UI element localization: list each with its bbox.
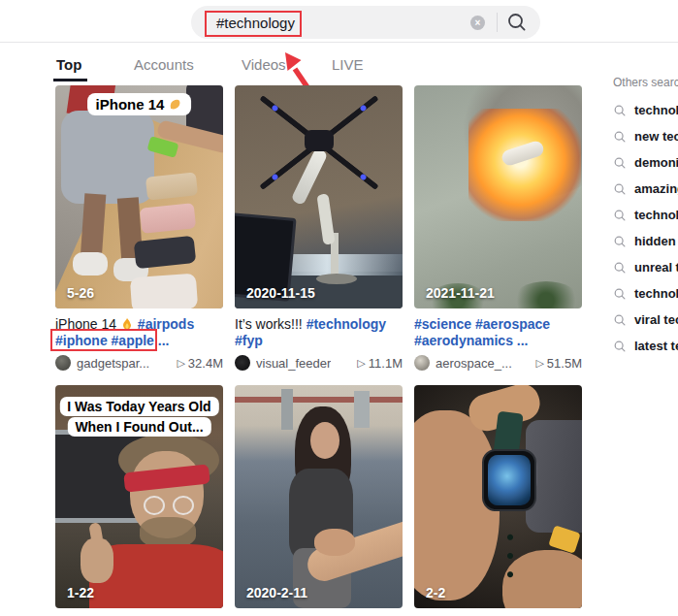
video-thumbnail[interactable]: 2020-11-15 xyxy=(235,85,403,308)
view-count: ▷32.4M xyxy=(177,356,223,371)
video-thumbnail[interactable]: 2021-11-21 xyxy=(414,85,582,308)
creator-row: aerospace_... ▷51.5M xyxy=(414,355,582,371)
avatar[interactable] xyxy=(55,355,71,371)
hashtag-link[interactable]: #science #aerospace xyxy=(414,316,550,332)
username[interactable]: visual_feeder xyxy=(256,356,331,371)
video-thumbnail[interactable]: 2020-2-11 xyxy=(235,385,403,608)
video-date: 2020-11-15 xyxy=(246,285,315,301)
tab-live[interactable]: LIVE xyxy=(332,56,364,73)
tab-accounts[interactable]: Accounts xyxy=(134,56,194,73)
search-icon xyxy=(613,261,627,275)
suggested-search-label: viral tech xyxy=(634,312,678,327)
video-result-card[interactable]: 2020-2-11 xyxy=(235,385,403,608)
search-icon xyxy=(613,156,627,170)
clear-icon[interactable]: × xyxy=(470,16,485,30)
top-header: #technology × xyxy=(0,0,678,43)
search-icon xyxy=(613,104,627,117)
suggested-search-label: demonic xyxy=(634,155,678,170)
fireball-shape xyxy=(468,109,581,221)
video-result-card[interactable]: 2020-11-15 It’s works!!! #technology #fy… xyxy=(235,85,403,371)
video-result-card[interactable]: I Was Today Years Old When I Found Out..… xyxy=(55,385,223,608)
suggested-search-label: technolo xyxy=(634,286,678,301)
suggested-search-label: latest te xyxy=(634,339,678,353)
avatar[interactable] xyxy=(235,355,250,371)
video-caption[interactable]: It’s works!!! #technology #fyp xyxy=(235,316,403,349)
video-thumbnail[interactable]: iPhone 14 5-26 xyxy=(55,85,223,308)
annotation-box-search xyxy=(205,11,302,37)
creator-row: gadgetspar... ▷32.4M xyxy=(55,355,223,371)
suggested-search-label: amazing xyxy=(634,181,678,196)
tiktok-search-results-page: #technology × TopAccountsVideosLIVE xyxy=(0,0,678,616)
suggested-search-item[interactable]: amazing xyxy=(613,176,678,202)
muscle-emoji xyxy=(168,97,182,112)
suggested-search-label: technolo xyxy=(634,208,678,222)
search-divider xyxy=(497,13,498,32)
suggested-search-item[interactable]: new tech xyxy=(613,123,678,149)
search-icon[interactable] xyxy=(506,12,528,33)
video-result-card[interactable]: 2021-11-21 #science #aerospace #aerodyna… xyxy=(414,85,582,371)
thumbnail-art xyxy=(235,397,403,403)
search-icon xyxy=(613,340,627,353)
username[interactable]: aerospace_... xyxy=(436,356,512,371)
suggested-search-label: new tech xyxy=(634,129,678,144)
annotation-box-caption xyxy=(50,329,157,351)
hashtag-link[interactable]: #fyp xyxy=(235,333,263,348)
sidebar-header: Others search xyxy=(613,76,678,89)
avatar[interactable] xyxy=(414,355,430,371)
video-date: 2020-2-11 xyxy=(246,585,307,600)
thumbnail-overlay-text: iPhone 14 xyxy=(87,93,192,115)
video-thumbnail[interactable]: 2-2 xyxy=(414,385,582,608)
suggested-search-item[interactable]: viral tech xyxy=(613,307,678,333)
search-icon xyxy=(613,313,627,327)
suggested-search-item[interactable]: unreal te xyxy=(613,254,678,280)
video-date: 1-22 xyxy=(67,585,94,600)
hashtag-link[interactable]: #aerodynamics ... xyxy=(414,333,529,348)
suggested-search-item[interactable]: latest te xyxy=(613,333,678,359)
search-icon xyxy=(613,287,627,301)
play-count-icon: ▷ xyxy=(357,357,365,370)
view-count: ▷11.1M xyxy=(357,356,403,371)
suggested-search-label: unreal te xyxy=(634,260,678,275)
suggested-search-item[interactable]: technolo xyxy=(613,202,678,228)
hashtag-link[interactable]: #technology xyxy=(307,316,386,332)
tab-top[interactable]: Top xyxy=(56,56,81,73)
sidebar-list: technolonew techdemonicamazingtechnolohi… xyxy=(613,97,678,359)
play-count-icon: ▷ xyxy=(177,357,184,370)
phone-shape xyxy=(130,274,198,308)
video-date: 2-2 xyxy=(426,585,445,600)
thumbnail-overlay-text: I Was Today Years Old When I Found Out..… xyxy=(59,397,218,438)
related-searches-sidebar: Others search technolonew techdemonicama… xyxy=(613,76,678,359)
video-result-card[interactable]: 2-2 xyxy=(414,385,582,608)
video-date: 5-26 xyxy=(67,285,94,301)
search-icon xyxy=(613,209,627,222)
suggested-search-item[interactable]: hidden a xyxy=(613,228,678,254)
suggested-search-label: hidden a xyxy=(634,234,678,248)
suggested-search-label: technolo xyxy=(634,103,678,117)
play-count-icon: ▷ xyxy=(535,357,543,370)
video-thumbnail[interactable]: I Was Today Years Old When I Found Out..… xyxy=(55,385,223,608)
creator-row: visual_feeder ▷11.1M xyxy=(235,355,403,371)
suggested-search-item[interactable]: technolo xyxy=(613,280,678,307)
search-icon xyxy=(613,130,627,144)
video-caption[interactable]: #science #aerospace #aerodynamics ... xyxy=(414,316,582,349)
search-icon xyxy=(613,235,627,248)
suggested-search-item[interactable]: technolo xyxy=(613,97,678,123)
view-count: ▷51.5M xyxy=(535,356,582,371)
video-result-card[interactable]: iPhone 14 5-26 iPhone 14 #airpods #iphon… xyxy=(55,85,223,371)
search-icon xyxy=(613,182,627,196)
suggested-search-item[interactable]: demonic xyxy=(613,149,678,176)
video-date: 2021-11-21 xyxy=(426,285,495,301)
username[interactable]: gadgetspar... xyxy=(77,356,149,371)
